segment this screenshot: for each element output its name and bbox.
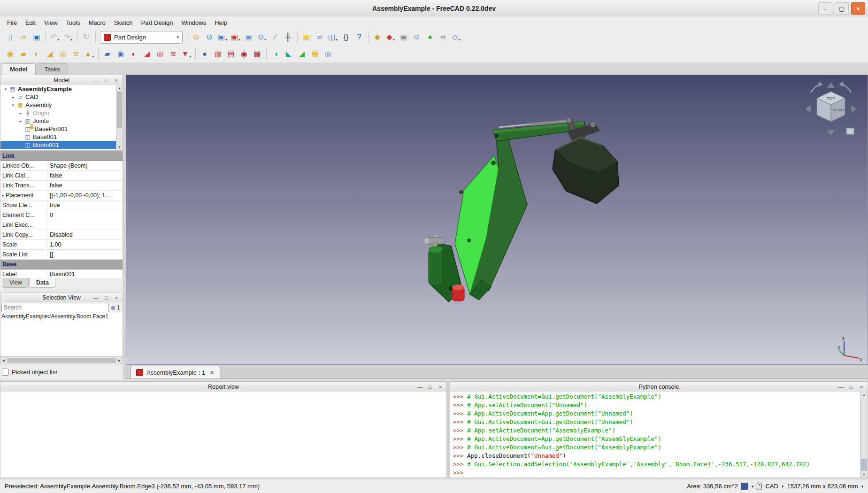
menu-sketch[interactable]: Sketch: [110, 17, 137, 28]
close-panel-button[interactable]: ×: [112, 293, 121, 302]
measure-distance-button[interactable]: ∕: [269, 31, 281, 43]
pad-button[interactable]: ▰: [17, 48, 30, 60]
new-document-button[interactable]: ▯: [4, 31, 16, 43]
save-button[interactable]: ▣: [31, 31, 43, 43]
tab-tasks[interactable]: Tasks: [37, 63, 68, 75]
chevron-down-icon[interactable]: ▾: [752, 484, 754, 489]
tree-item-assemblyexample[interactable]: ▾▤AssemblyExample: [0, 85, 116, 93]
create-part-button[interactable]: ▦: [300, 31, 313, 43]
dock-button[interactable]: —: [92, 293, 100, 302]
menu-edit[interactable]: Edit: [21, 17, 40, 28]
additive-primitives-dropdown[interactable]: ▲▾: [83, 48, 95, 60]
3d-viewport[interactable]: TOP FRONT ▾ z x y: [126, 75, 868, 365]
tree-scrollbar[interactable]: ▲ ▼: [116, 85, 123, 151]
selection-item[interactable]: AssemblyExample#Assembly.Boom.Face1: [0, 313, 123, 320]
property-value[interactable]: true: [47, 202, 123, 208]
menu-view[interactable]: View: [40, 17, 61, 28]
zoom-dropdown[interactable]: ⊙▾: [256, 31, 268, 43]
clear-search-icon[interactable]: ⊗: [110, 304, 115, 311]
stereo-view-button[interactable]: ∞: [437, 31, 449, 43]
scroll-up-icon[interactable]: ▲: [116, 85, 123, 91]
measure-button[interactable]: ╫: [282, 31, 294, 43]
additive-helix-button[interactable]: ≋: [70, 48, 82, 60]
whats-this-button[interactable]: ?: [353, 31, 365, 43]
multi-transform-button[interactable]: ▩: [251, 48, 263, 60]
tree-item-assembly[interactable]: ▾▦Assembly: [0, 101, 116, 109]
close-panel-button[interactable]: ×: [112, 76, 121, 85]
scroll-down-icon[interactable]: ▼: [116, 144, 123, 150]
thickness-button[interactable]: ▦: [309, 48, 321, 60]
menu-macro[interactable]: Macro: [84, 17, 110, 28]
linear-pattern-button[interactable]: ▤: [225, 48, 237, 60]
view-axonometric-dropdown[interactable]: ▣▾: [216, 31, 229, 43]
float-button[interactable]: □: [102, 76, 110, 85]
menu-tools[interactable]: Tools: [61, 17, 84, 28]
pocket-button[interactable]: ▰: [101, 48, 114, 60]
create-group-button[interactable]: ▱: [314, 31, 326, 43]
tree-item-cad[interactable]: ▸▱CAD: [0, 93, 116, 101]
close-document-icon[interactable]: ✕: [209, 369, 215, 376]
close-button[interactable]: ×: [851, 2, 865, 15]
chevron-down-icon[interactable]: ▾: [782, 484, 784, 489]
fillet-button[interactable]: ◑: [269, 48, 282, 60]
tree-item-basepin001[interactable]: ◫BasePin001: [0, 125, 116, 133]
tree-expander-icon[interactable]: ▾: [2, 87, 9, 92]
property-value[interactable]: false: [47, 182, 123, 189]
minimize-button[interactable]: –: [818, 2, 832, 15]
console-scrollbar[interactable]: ▲ ▼: [860, 392, 868, 478]
tree-expander-icon[interactable]: ▸: [17, 119, 24, 123]
create-sketch-button[interactable]: ◉: [4, 48, 16, 60]
property-value[interactable]: Disabled: [47, 231, 123, 238]
create-body-button[interactable]: ◆: [371, 31, 384, 43]
user-icon-button[interactable]: ☺: [411, 31, 423, 43]
picked-object-list-checkbox[interactable]: [2, 369, 9, 376]
subtractive-primitives-dropdown[interactable]: ▼▾: [180, 48, 192, 60]
document-tab[interactable]: AssemblyExample : 1 ✕: [131, 366, 220, 378]
tree-expander-icon[interactable]: ▸: [10, 95, 16, 100]
tab-data[interactable]: Data: [30, 278, 55, 288]
tree-item-base001[interactable]: ◫Base001: [0, 133, 116, 141]
property-value[interactable]: 1,00: [47, 241, 123, 248]
menu-file[interactable]: File: [3, 17, 21, 28]
make-link-dropdown[interactable]: ◫▾: [327, 31, 339, 43]
property-value[interactable]: [(-1,00 -0,00 -0,00); 1...: [47, 192, 123, 199]
menu-part-design[interactable]: Part Design: [137, 17, 177, 28]
property-value[interactable]: []: [47, 251, 123, 258]
nav-style-selector[interactable]: CAD: [765, 483, 778, 490]
tree-item-boom001[interactable]: ◫Boom001: [0, 141, 116, 149]
open-document-button[interactable]: ▱: [17, 31, 30, 43]
boolean-button[interactable]: ◎: [322, 48, 334, 60]
float-button[interactable]: □: [847, 383, 855, 391]
selection-search-input[interactable]: [1, 303, 109, 312]
dock-button[interactable]: —: [837, 383, 845, 391]
scroll-up-icon[interactable]: ▲: [860, 392, 868, 398]
mirrored-button[interactable]: ▥: [212, 48, 224, 60]
excavator-model[interactable]: [126, 75, 868, 365]
additive-pipe-button[interactable]: ◎: [57, 48, 69, 60]
scroll-down-icon[interactable]: ▼: [860, 471, 868, 478]
float-button[interactable]: □: [102, 293, 110, 302]
python-console-body[interactable]: >>> # Gui.ActiveDocument=Gui.getDocument…: [450, 392, 861, 478]
selection-hscrollbar[interactable]: ◀ ▶: [0, 356, 123, 364]
revolution-button[interactable]: ◐: [31, 48, 43, 60]
tree-expander-icon[interactable]: ▸: [17, 111, 24, 116]
shape-binder-button[interactable]: ▣: [398, 31, 410, 43]
fit-all-button[interactable]: ⊙: [190, 31, 202, 43]
draft-button[interactable]: ◢: [296, 48, 308, 60]
property-value[interactable]: Shape (Boom): [47, 162, 123, 169]
console-scrollbar-thumb[interactable]: [861, 459, 867, 471]
tab-view[interactable]: View: [3, 278, 29, 288]
addon-button[interactable]: ●: [424, 31, 436, 43]
subtractive-pipe-button[interactable]: ◎: [154, 48, 166, 60]
float-button[interactable]: □: [426, 383, 434, 391]
tab-model[interactable]: Model: [2, 63, 36, 75]
workbench-selector[interactable]: Part Design▾: [100, 31, 183, 44]
chamfer-button[interactable]: ◣: [283, 48, 295, 60]
scroll-left-icon[interactable]: ◀: [0, 359, 7, 362]
dock-button[interactable]: —: [415, 383, 424, 391]
property-value[interactable]: 0: [47, 212, 123, 218]
box-zoom-button[interactable]: ▣: [243, 31, 255, 43]
fit-selection-button[interactable]: ⊙: [203, 31, 215, 43]
subtractive-helix-button[interactable]: ≋: [167, 48, 179, 60]
expression-editor-button[interactable]: {}: [340, 31, 352, 43]
